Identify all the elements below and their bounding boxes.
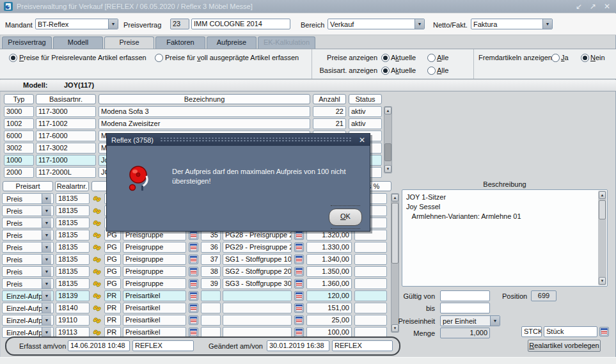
bereich-dropdown[interactable]: Verkauf ▼ [328, 19, 425, 29]
hands-icon[interactable] [91, 193, 102, 204]
table-lookup-button[interactable] [294, 255, 304, 264]
radio-basisart-aktuelle-label[interactable]: Aktuelle [391, 67, 416, 74]
table1-header-bezeichnung[interactable]: Bezeichnung [99, 94, 310, 104]
radio-fremd-ja[interactable] [551, 54, 560, 62]
beschreibung-textarea[interactable]: JOY 1-Sitzer Joy Sessel Armlehnen-Varian… [402, 189, 608, 287]
hands-icon[interactable] [91, 205, 102, 216]
realartnr-field[interactable]: 18135 [56, 193, 90, 204]
table-lookup-button[interactable] [189, 267, 198, 276]
restore-down-icon[interactable]: ↙ [574, 1, 584, 12]
table-lookup-button[interactable] [294, 303, 304, 313]
hands-icon[interactable] [91, 266, 102, 277]
radio-preise-aktuelle-label[interactable]: Aktuelle [391, 54, 416, 61]
scrollbar-thumb[interactable] [599, 200, 606, 219]
chevron-down-icon[interactable]: ▼ [542, 19, 552, 29]
table-lookup-button[interactable] [189, 230, 198, 240]
table1-header-typ[interactable]: Typ [4, 94, 34, 104]
table2-header-realartnr[interactable]: Realartnr. [55, 181, 89, 191]
table-lookup-button[interactable] [189, 291, 198, 301]
table1-header-anzahl[interactable]: Anzahl [313, 94, 346, 104]
einheit-code-field[interactable]: STCK [521, 326, 542, 337]
chevron-down-icon[interactable]: ▼ [42, 206, 51, 216]
radio-preise-alle[interactable] [427, 54, 436, 62]
price-field[interactable]: 25,00 [306, 315, 352, 326]
chevron-down-icon[interactable]: ▼ [42, 315, 51, 325]
table1-row[interactable]: 3000117-3000Modena Sofa 322aktiv [4, 106, 382, 117]
table-lookup-button[interactable] [189, 303, 198, 313]
hands-icon[interactable] [91, 218, 102, 228]
preisart-dropdown[interactable]: Einzel-Aufpr...▼ [2, 290, 54, 301]
chevron-down-icon[interactable]: ▼ [42, 194, 51, 203]
tab-preisvertrag[interactable]: Preisvertrag [2, 36, 52, 49]
table-lookup-button[interactable] [294, 328, 304, 337]
radio-fremd-nein-label[interactable]: Nein [590, 54, 605, 61]
realartnr-field[interactable]: 18135 [56, 242, 90, 253]
tab-faktoren[interactable]: Faktoren [155, 36, 205, 49]
table-lookup-button[interactable] [189, 328, 198, 337]
radio-preise-alle-label[interactable]: Alle [437, 54, 448, 61]
radio-voll-ausgepraegte-label[interactable]: Preise für voll ausgeprägte Artikel erfa… [165, 54, 299, 61]
preisart-dropdown[interactable]: Einzel-Aufpr...▼ [2, 315, 54, 326]
preiseinheit-dropdown[interactable]: per Einheit ▼ [440, 315, 500, 326]
tab-modell[interactable]: Modell [53, 36, 103, 49]
radio-preisrelevante-label[interactable]: Preise für Preisrelevante Artikel erfass… [19, 54, 146, 61]
realartnr-field[interactable]: 18139 [56, 290, 90, 301]
scrollbar-thumb[interactable] [391, 203, 399, 264]
radio-preisrelevante[interactable] [9, 54, 17, 62]
einheit-name-field[interactable]: Stück [544, 326, 597, 337]
tab-aufpreise[interactable]: Aufpreise [207, 36, 257, 49]
preisart-dropdown[interactable]: Preis▼ [2, 266, 54, 277]
hands-icon[interactable] [91, 303, 102, 313]
realartnr-field[interactable]: 18135 [56, 266, 90, 277]
scrollbar-thumb[interactable] [384, 143, 391, 161]
table-lookup-button[interactable] [189, 279, 198, 289]
hands-icon[interactable] [91, 290, 102, 301]
table1-header-status[interactable]: Status [349, 94, 382, 104]
realartnr-field[interactable]: 19110 [56, 315, 90, 326]
preisart-dropdown[interactable]: Preis▼ [2, 193, 54, 204]
scroll-up-icon[interactable]: ▲ [384, 107, 391, 115]
table2-row[interactable]: Einzel-Aufpr...▼18140PRPreisartikel151,0… [2, 303, 387, 313]
gueltig-von-field[interactable] [440, 290, 490, 301]
price-field[interactable]: 1.340,00 [306, 254, 352, 265]
close-icon[interactable]: ✕ [602, 1, 612, 12]
realartnr-field[interactable]: 18135 [56, 278, 90, 289]
bis-field[interactable] [440, 303, 490, 313]
chevron-down-icon[interactable]: ▼ [42, 328, 51, 337]
table1-scrollbar[interactable]: ▲ ▼ [384, 106, 392, 173]
price-field[interactable]: 1.360,00 [306, 278, 352, 289]
table-lookup-button[interactable] [294, 267, 304, 276]
chevron-down-icon[interactable]: ▼ [42, 255, 51, 264]
menge-field[interactable]: 1,000 [440, 328, 490, 338]
table2-row[interactable]: Einzel-Aufpr...▼19110PRPreisartikel25,00 [2, 315, 387, 326]
table-lookup-button[interactable] [294, 242, 304, 252]
chevron-down-icon[interactable]: ▼ [42, 279, 51, 289]
realartikel-vorbelegen-button[interactable]: Realartikel vorbelegen [528, 340, 601, 352]
chevron-down-icon[interactable]: ▼ [42, 242, 51, 252]
table-lookup-button[interactable] [294, 291, 304, 301]
table1-header-basisartnr[interactable]: Basisartnr. [36, 94, 96, 104]
ok-button[interactable]: OK [329, 209, 362, 226]
radio-fremd-nein[interactable] [581, 54, 589, 62]
preisvertrag-number-field[interactable]: 23 [170, 19, 189, 29]
preisart-dropdown[interactable]: Preis▼ [2, 218, 54, 228]
preisart-dropdown[interactable]: Preis▼ [2, 205, 54, 216]
radio-voll-ausgepraegte[interactable] [155, 54, 163, 62]
table2-header-preisart[interactable]: Preisart [3, 181, 53, 191]
realartnr-field[interactable]: 18135 [56, 254, 90, 265]
price-field[interactable]: 120,00 [306, 290, 352, 301]
chevron-down-icon[interactable]: ▼ [42, 267, 51, 276]
chevron-down-icon[interactable]: ▼ [490, 316, 500, 326]
table-lookup-button[interactable] [294, 230, 304, 240]
chevron-down-icon[interactable]: ▼ [42, 218, 51, 228]
realartnr-field[interactable]: 18135 [56, 205, 90, 216]
radio-preise-aktuelle[interactable] [381, 54, 390, 62]
table2-row[interactable]: Preis▼18135PGPreisgruppe36PG29 - Preisgr… [2, 242, 387, 253]
radio-basisart-aktuelle[interactable] [381, 67, 390, 75]
table-lookup-button[interactable] [294, 279, 304, 289]
table-lookup-button[interactable] [189, 315, 198, 325]
table1-row[interactable]: 1002117-1002Modena Zweisitzer21aktiv [4, 118, 382, 129]
close-icon[interactable]: ✕ [359, 136, 365, 145]
preisart-dropdown[interactable]: Preis▼ [2, 278, 54, 289]
einheit-lookup-button[interactable] [599, 327, 609, 336]
